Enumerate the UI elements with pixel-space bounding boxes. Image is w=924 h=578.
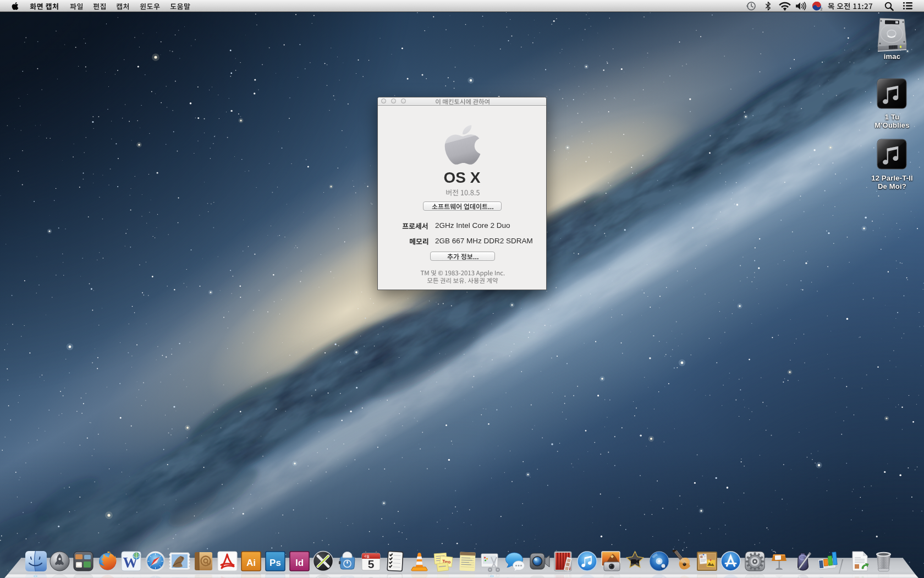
- svg-text:5: 5: [368, 558, 375, 570]
- svg-text:Id: Id: [295, 558, 304, 568]
- svg-text:Ps: Ps: [270, 558, 281, 568]
- svg-text:2: 2: [821, 7, 823, 11]
- svg-text:Ai: Ai: [246, 558, 256, 568]
- svg-text:5: 5: [368, 575, 375, 578]
- svg-text:W: W: [123, 574, 138, 578]
